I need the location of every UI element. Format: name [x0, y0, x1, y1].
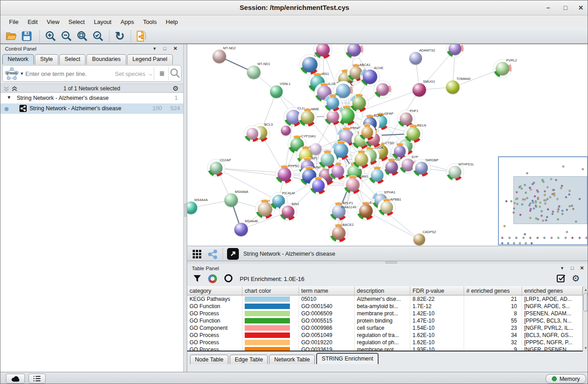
- string-term-input[interactable]: [25, 67, 111, 80]
- table-row[interactable]: GO ProcessGO:0051049regulation of tra...…: [187, 332, 583, 339]
- menu-apps[interactable]: Apps: [117, 17, 138, 27]
- network-node[interactable]: [244, 125, 261, 142]
- tab-legend-panel[interactable]: Legend Panel: [127, 54, 173, 65]
- table-settings-gear-icon[interactable]: ⚙: [572, 273, 580, 284]
- enrichment-chart-icon[interactable]: [208, 274, 217, 283]
- tab-network-table[interactable]: Network Table: [269, 355, 315, 364]
- string-logo-icon[interactable]: STRING: [4, 67, 20, 80]
- save-session-button[interactable]: [20, 30, 33, 42]
- column-header-description[interactable]: description: [355, 286, 410, 295]
- minimize-button[interactable]: –: [542, 3, 554, 12]
- close-panel-icon[interactable]: ✕: [580, 265, 584, 271]
- birdseye-node-dot: [513, 207, 515, 210]
- tab-network[interactable]: Network: [2, 54, 34, 65]
- menu-view[interactable]: View: [43, 17, 63, 27]
- network-from-file-button[interactable]: [135, 30, 147, 42]
- network-node[interactable]: [374, 80, 392, 98]
- table-row[interactable]: GO FunctionGO:0005515protein binding1.47…: [187, 317, 583, 324]
- toolbar-separator: [131, 30, 131, 42]
- float-panel-icon[interactable]: ▾: [153, 46, 156, 52]
- string-source-dropdown[interactable]: ▼: [20, 71, 24, 76]
- network-node[interactable]: [359, 124, 376, 141]
- refresh-network-button[interactable]: ↻: [114, 30, 126, 42]
- share-view-icon[interactable]: [206, 248, 219, 261]
- network-view[interactable]: MT-ND2MT-ND1VSNL1GAB2IRS1CHATABCA1ACHEIL…: [187, 44, 588, 246]
- enrichment-table[interactable]: categorychart colorterm namedescriptionF…: [187, 286, 583, 351]
- birdseye-view[interactable]: [498, 156, 588, 245]
- menu-edit[interactable]: Edit: [24, 17, 42, 27]
- network-node[interactable]: [318, 150, 337, 169]
- close-button[interactable]: ✕: [575, 3, 587, 12]
- birdseye-node-dot: [579, 237, 581, 239]
- table-row[interactable]: GO ProcessGO:0006509membrane prot...1.42…: [187, 310, 583, 317]
- scroll-down-icon[interactable]: ▼: [583, 346, 588, 350]
- menu-file[interactable]: File: [5, 17, 23, 27]
- table-row[interactable]: KEGG Pathways05010Alzheimer's dise...8.8…: [187, 295, 583, 303]
- filter-icon[interactable]: [193, 274, 202, 283]
- table-row[interactable]: GO ProcessGO:0019220regulation of ph...1…: [187, 339, 583, 346]
- open-session-button[interactable]: [5, 30, 18, 42]
- birdseye-node-dot: [535, 205, 537, 207]
- network-node[interactable]: [278, 123, 294, 138]
- network-node[interactable]: [368, 166, 386, 184]
- menu-layout[interactable]: Layout: [90, 17, 115, 27]
- menu-select[interactable]: Select: [64, 17, 89, 27]
- network-node[interactable]: [324, 94, 342, 112]
- tab-string-enrichment[interactable]: STRING Enrichment: [316, 353, 379, 364]
- close-panel-icon[interactable]: ✕: [173, 46, 177, 52]
- zoom-out-button[interactable]: [60, 30, 73, 42]
- network-node[interactable]: [309, 177, 327, 195]
- table-vertical-scrollbar[interactable]: ▲ ▼: [583, 286, 588, 351]
- tab-edge-table[interactable]: Edge Table: [230, 355, 268, 364]
- scrollbar-thumb[interactable]: [583, 293, 588, 312]
- set-species-link[interactable]: Set species →: [115, 70, 153, 77]
- node-label: MS4A6A: [235, 190, 248, 194]
- network-node[interactable]: [313, 44, 332, 59]
- network-options-gear-icon[interactable]: ⚙: [173, 84, 179, 93]
- network-node[interactable]: [446, 44, 464, 58]
- remove-chart-icon[interactable]: [224, 274, 232, 282]
- tab-node-table[interactable]: Node Table: [190, 355, 228, 364]
- string-options-icon[interactable]: ≡: [156, 67, 168, 80]
- chart-color-swatch: [245, 325, 290, 331]
- table-row[interactable]: GO FunctionGO:0001540beta-amyloid bi...1…: [187, 303, 583, 310]
- column-header-fdr-p-value[interactable]: FDR p-value: [410, 286, 464, 295]
- birdseye-node-dot: [566, 231, 568, 233]
- vertical-splitter[interactable]: [183, 44, 187, 372]
- zoom-fit-button[interactable]: [76, 30, 89, 42]
- detach-view-icon[interactable]: [227, 248, 239, 260]
- scroll-up-icon[interactable]: ▲: [583, 288, 588, 292]
- network-row-selected[interactable]: String Network - Alzheimer's disease 100…: [0, 103, 183, 114]
- network-collection-row[interactable]: ▼ String Network - Alzheimer's disease 1: [0, 93, 183, 103]
- network-node[interactable]: [350, 94, 369, 112]
- menu-tools[interactable]: Tools: [139, 17, 161, 27]
- network-node[interactable]: [345, 44, 364, 59]
- tree-expand-icon[interactable]: ▼: [7, 95, 11, 100]
- birdseye-node-dot: [512, 211, 515, 214]
- tab-style[interactable]: Style: [35, 54, 58, 65]
- tab-boundaries[interactable]: Boundaries: [86, 54, 126, 65]
- cloud-tasks-button[interactable]: [6, 374, 25, 384]
- maximize-button[interactable]: □: [560, 3, 571, 12]
- table-body: KEGG Pathways05010Alzheimer's dise...8.8…: [187, 295, 583, 351]
- string-search-icon[interactable]: [169, 67, 182, 80]
- restore-panel-icon[interactable]: □: [571, 265, 574, 271]
- zoom-in-button[interactable]: [44, 30, 57, 42]
- float-panel-icon[interactable]: ▾: [561, 265, 564, 271]
- menu-help[interactable]: Help: [162, 17, 182, 27]
- column-header-category[interactable]: category: [187, 286, 242, 295]
- restore-panel-icon[interactable]: □: [163, 46, 166, 51]
- task-list-button[interactable]: [28, 374, 46, 384]
- column-header--enriched-genes[interactable]: # enriched genes: [464, 286, 522, 295]
- column-header-enriched-genes[interactable]: enriched genes: [522, 286, 583, 295]
- table-row[interactable]: GO ProcessGO:0033619membrane prot...1.93…: [187, 346, 583, 351]
- memory-button[interactable]: Memory: [545, 374, 586, 384]
- zoom-selected-button[interactable]: [92, 30, 104, 42]
- column-header-chart-color[interactable]: chart color: [242, 286, 299, 295]
- table-row[interactable]: GO ComponentGO:0009986cell surface1.54E-…: [187, 324, 583, 332]
- tab-select[interactable]: Select: [59, 54, 86, 65]
- column-header-term-name[interactable]: term name: [299, 286, 355, 295]
- grid-mode-icon[interactable]: [191, 248, 204, 261]
- toolbar-separator: [39, 30, 40, 42]
- select-columns-icon[interactable]: [556, 274, 566, 283]
